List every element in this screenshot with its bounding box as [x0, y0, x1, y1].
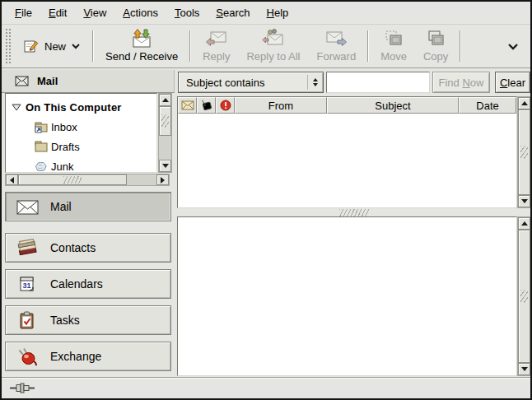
- content-area: Subject contains Find Now Clear: [175, 68, 530, 377]
- tree-item-junk[interactable]: Junk: [6, 156, 156, 173]
- menu-search[interactable]: Search: [208, 2, 258, 24]
- column-subject[interactable]: Subject: [327, 97, 459, 114]
- search-input[interactable]: [326, 72, 430, 93]
- scrollbar-thumb[interactable]: [18, 174, 127, 185]
- scroll-right-button[interactable]: [156, 174, 169, 185]
- sidebar-item-mail[interactable]: Mail: [5, 192, 171, 221]
- scrollbar-track[interactable]: [159, 106, 171, 160]
- priority-icon: [220, 100, 231, 111]
- menu-file[interactable]: File: [7, 2, 40, 24]
- column-date[interactable]: Date: [459, 97, 516, 114]
- scroll-down-button[interactable]: [518, 363, 530, 375]
- copy-label: Copy: [423, 50, 448, 63]
- menu-view[interactable]: View: [75, 2, 114, 24]
- move-icon: [383, 30, 404, 49]
- scrollbar-thumb[interactable]: [159, 106, 171, 136]
- main-area: Mail On This Computer: [2, 68, 530, 377]
- move-label: Move: [380, 50, 407, 63]
- reply-to-all-label: Reply to All: [246, 50, 300, 63]
- mail-pane-header: Mail: [2, 70, 175, 93]
- sidebar-item-label: Calendars: [50, 277, 103, 291]
- reply-to-all-button[interactable]: Reply to All: [238, 26, 308, 66]
- new-button[interactable]: New: [15, 26, 89, 66]
- column-label: Date: [476, 100, 498, 112]
- forward-label: Forward: [316, 50, 356, 63]
- toolbar-separator: [460, 30, 461, 62]
- scroll-down-button[interactable]: [518, 195, 530, 207]
- forward-button[interactable]: Forward: [308, 26, 364, 66]
- scrollbar-track[interactable]: [518, 109, 530, 195]
- junk-icon: [34, 160, 48, 173]
- sidebar-item-exchange[interactable]: Exchange: [5, 342, 171, 371]
- tree-item-on-this-computer[interactable]: On This Computer: [6, 97, 156, 117]
- sidebar-item-label: Mail: [50, 200, 72, 213]
- menu-edit[interactable]: Edit: [40, 2, 75, 24]
- scrollbar-track[interactable]: [18, 174, 156, 185]
- menu-actions[interactable]: Actions: [114, 2, 166, 24]
- offline-plug-icon[interactable]: [9, 383, 35, 393]
- send-receive-button[interactable]: Send / Receive: [97, 26, 186, 66]
- toolbar-separator: [189, 30, 191, 62]
- chevron-down-icon: [71, 43, 81, 49]
- chevron-down-icon: [507, 43, 519, 50]
- send-receive-icon: [129, 28, 154, 49]
- copy-button[interactable]: Copy: [415, 26, 456, 66]
- message-list: From Subject Date: [177, 96, 517, 208]
- tree-item-drafts[interactable]: Drafts: [6, 137, 156, 156]
- menu-help[interactable]: Help: [259, 2, 297, 24]
- scroll-up-button[interactable]: [518, 97, 530, 109]
- toolbar-drag-handle[interactable]: [5, 28, 12, 64]
- pane-splitter[interactable]: [177, 208, 530, 216]
- scroll-up-button[interactable]: [159, 94, 171, 106]
- column-from[interactable]: From: [235, 97, 327, 114]
- toolbar: New Send / Receive: [2, 25, 530, 68]
- column-flag[interactable]: [197, 97, 216, 114]
- sidebar-item-calendars[interactable]: 31 Calendars: [5, 269, 171, 299]
- sidebar-item-tasks[interactable]: Tasks: [5, 305, 171, 335]
- scroll-down-button[interactable]: [159, 160, 171, 172]
- tree-root-label: On This Computer: [26, 101, 122, 114]
- pane-header-label: Mail: [37, 75, 58, 87]
- status-bar: [2, 377, 530, 398]
- expander-open-icon[interactable]: [11, 103, 22, 112]
- scrollbar-thumb[interactable]: [518, 109, 530, 195]
- scrollbar-track[interactable]: [518, 230, 530, 363]
- sidebar-item-label: Contacts: [50, 241, 96, 254]
- folder-tree: On This Computer Inbox: [5, 93, 157, 173]
- calendar-icon: 31: [16, 275, 39, 293]
- folder-label: Drafts: [51, 141, 80, 153]
- move-button[interactable]: Move: [372, 26, 415, 66]
- folder-label: Inbox: [51, 121, 77, 133]
- search-filter-value: Subject contains: [186, 77, 264, 89]
- menu-tools[interactable]: Tools: [166, 2, 208, 24]
- search-filter-dropdown[interactable]: Subject contains: [178, 72, 324, 93]
- tree-item-inbox[interactable]: Inbox: [6, 117, 156, 137]
- toolbar-overflow-button[interactable]: [501, 26, 525, 66]
- scrollbar-thumb[interactable]: [518, 230, 530, 363]
- flag-icon: [200, 100, 212, 111]
- column-label: Subject: [375, 100, 410, 112]
- folder-label: Junk: [51, 160, 73, 173]
- column-message-status[interactable]: [178, 97, 197, 114]
- column-priority[interactable]: [216, 97, 235, 114]
- column-label: From: [268, 100, 293, 112]
- reply-label: Reply: [203, 50, 230, 63]
- message-list-scrollbar: [517, 96, 531, 208]
- reply-icon: [205, 29, 228, 49]
- tasks-icon: [16, 311, 39, 330]
- reply-button[interactable]: Reply: [194, 26, 238, 66]
- folder-icon: [34, 141, 48, 152]
- scroll-up-button[interactable]: [518, 217, 530, 230]
- send-receive-label: Send / Receive: [105, 50, 178, 63]
- new-button-label: New: [44, 40, 66, 53]
- message-list-header: From Subject Date: [178, 97, 516, 114]
- clear-button[interactable]: Clear: [495, 72, 530, 93]
- find-now-button[interactable]: Find Now: [432, 72, 490, 93]
- message-status-icon: [181, 100, 194, 110]
- toolbar-separator: [367, 30, 369, 62]
- scroll-left-button[interactable]: [6, 174, 18, 185]
- folder-tree-vertical-scrollbar: [158, 93, 172, 173]
- sidebar-item-contacts[interactable]: Contacts: [5, 233, 171, 263]
- exchange-plug-icon: [16, 347, 39, 366]
- forward-icon: [324, 29, 348, 49]
